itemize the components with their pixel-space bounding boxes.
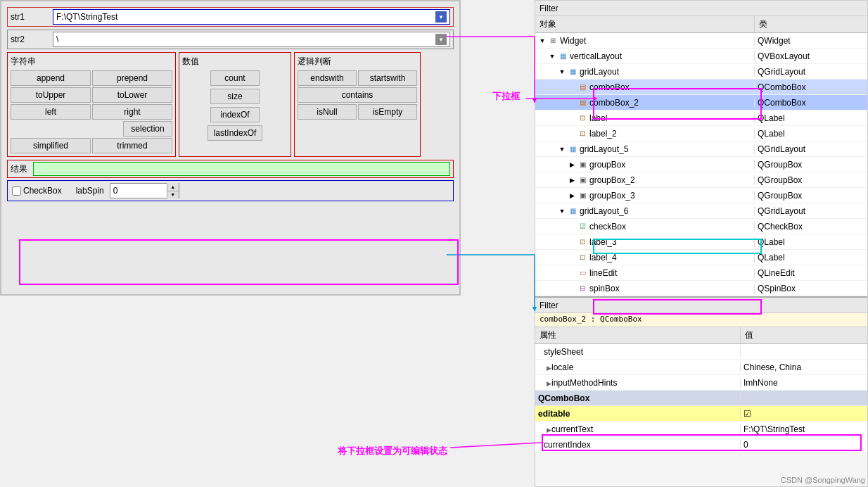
btn-count[interactable]: count bbox=[210, 70, 260, 86]
prop-name: editable bbox=[535, 409, 741, 419]
tree-obj-cell: ▶▣groupBox bbox=[535, 160, 755, 170]
prop-expand-icon[interactable]: ▶ bbox=[544, 380, 551, 387]
tree-obj-cell: ⊡label_4 bbox=[535, 253, 755, 263]
spinbox-arrows: ▲ ▼ bbox=[167, 183, 179, 198]
prop-name: styleSheet bbox=[535, 347, 741, 357]
bottom-row: CheckBox labSpin ▲ ▼ bbox=[7, 180, 454, 201]
tree-expand-icon[interactable]: ▼ bbox=[558, 145, 566, 153]
tree-obj-cell: ⊡label_3 bbox=[535, 237, 755, 247]
right-panel: Filter 对象 类 ▼⊞WidgetQWidget▼▦verticalLay… bbox=[535, 0, 868, 487]
tree-row[interactable]: ▤comboBoxQComboBox bbox=[535, 80, 867, 95]
tree-row[interactable]: ⊡label_3QLabel bbox=[535, 234, 867, 250]
tree-expand-icon[interactable]: ▶ bbox=[568, 176, 576, 184]
prop-expand-icon[interactable]: ▶ bbox=[544, 426, 551, 434]
prop-row[interactable]: currentIndex0 bbox=[535, 437, 867, 453]
tree-obj-cell: ⊡label_2 bbox=[535, 129, 755, 139]
btn-append[interactable]: append bbox=[11, 70, 91, 86]
tree-item-icon: ⊟ bbox=[577, 284, 587, 293]
prop-row[interactable]: editable☑ bbox=[535, 406, 867, 422]
str1-combo[interactable]: F:\QT\StringTest ▼ bbox=[53, 9, 450, 25]
tree-expand-icon[interactable]: ▼ bbox=[558, 207, 566, 215]
tree-item-icon: ▦ bbox=[568, 144, 577, 154]
tree-row[interactable]: ▤comboBox_2QComboBox bbox=[535, 95, 867, 110]
tree-item-name: comboBox bbox=[589, 82, 630, 92]
btn-contains[interactable]: contains bbox=[298, 87, 417, 103]
btn-startswith[interactable]: startswith bbox=[358, 70, 417, 86]
btn-prepend[interactable]: prepend bbox=[92, 70, 172, 86]
tree-row[interactable]: ▭lineEditQLineEdit bbox=[535, 265, 867, 281]
tree-row[interactable]: ▶▣groupBox_2QGroupBox bbox=[535, 172, 867, 188]
tree-row[interactable]: ⊡label_4QLabel bbox=[535, 250, 867, 265]
btn-left[interactable]: left bbox=[11, 104, 91, 120]
btn-endswith[interactable]: endswith bbox=[298, 70, 357, 86]
tree-row[interactable]: ▼▦gridLayoutQGridLayout bbox=[535, 64, 867, 80]
tree-item-icon: ⊡ bbox=[577, 113, 587, 123]
checkbox[interactable] bbox=[12, 186, 21, 196]
labspin-label: labSpin bbox=[76, 186, 104, 196]
tree-row[interactable]: ☑checkBoxQCheckBox bbox=[535, 219, 867, 234]
tree-row[interactable]: ▼▦verticalLayoutQVBoxLayout bbox=[535, 49, 867, 64]
spin-down-button[interactable]: ▼ bbox=[167, 191, 179, 199]
tree-item-icon: ▦ bbox=[568, 67, 577, 77]
str1-value: F:\QT\StringTest bbox=[56, 12, 117, 22]
prop-row[interactable]: ▶inputMethodHintsImhNone bbox=[535, 375, 867, 391]
btn-isnull[interactable]: isNull bbox=[298, 104, 357, 120]
tree-row[interactable]: ▼⊞WidgetQWidget bbox=[535, 33, 867, 49]
btn-selection[interactable]: selection bbox=[123, 121, 172, 137]
tree-expand-icon[interactable]: ▶ bbox=[568, 191, 576, 200]
str2-combo-arrow[interactable]: ▼ bbox=[435, 34, 447, 45]
prop-row[interactable]: QComboBox bbox=[535, 391, 867, 406]
tree-item-name: lineEdit bbox=[589, 268, 617, 278]
btn-indexof[interactable]: indexOf bbox=[210, 107, 260, 122]
tree-class-cell: QLabel bbox=[755, 237, 867, 247]
tree-expand-icon[interactable]: ▼ bbox=[558, 68, 566, 76]
props-col-name: 属性 bbox=[535, 327, 741, 343]
tree-row[interactable]: ▼▦gridLayout_5QGridLayout bbox=[535, 141, 867, 157]
svg-line-8 bbox=[450, 443, 542, 448]
tree-obj-cell: ▼▦gridLayout_5 bbox=[535, 144, 755, 154]
prop-row[interactable]: ▶localeChinese, China bbox=[535, 360, 867, 375]
tree-obj-cell: ▤comboBox bbox=[535, 82, 755, 92]
tree-row[interactable]: ⊡labelQLabel bbox=[535, 110, 867, 126]
tree-item-icon: ▣ bbox=[577, 191, 587, 201]
tree-expand-icon[interactable]: ▼ bbox=[548, 52, 556, 61]
tree-class-cell: QLabel bbox=[755, 113, 867, 123]
tree-row[interactable]: ▶▣groupBoxQGroupBox bbox=[535, 157, 867, 172]
spin-up-button[interactable]: ▲ bbox=[167, 183, 179, 191]
tree-item-icon: ⊞ bbox=[548, 36, 558, 46]
btn-right[interactable]: right bbox=[92, 104, 172, 120]
str2-value: \ bbox=[56, 34, 58, 44]
tree-row[interactable]: ⊡label_2QLabel bbox=[535, 126, 867, 141]
tree-row[interactable]: ▶▣groupBox_3QGroupBox bbox=[535, 188, 867, 203]
btn-isempty[interactable]: isEmpty bbox=[358, 104, 417, 120]
prop-expand-icon[interactable]: ▶ bbox=[544, 365, 551, 372]
spinbox-input[interactable] bbox=[110, 184, 167, 198]
tree-expand-icon[interactable]: ▼ bbox=[538, 37, 547, 45]
bottom-annotation: 将下拉框设置为可编辑状态 bbox=[338, 445, 447, 457]
tree-row[interactable]: ▼▦gridLayout_6QGridLayout bbox=[535, 203, 867, 219]
tree-expand-icon[interactable]: ▶ bbox=[568, 160, 576, 169]
str1-combo-arrow[interactable]: ▼ bbox=[435, 11, 447, 23]
btn-size[interactable]: size bbox=[210, 89, 260, 104]
tree-item-name: verticalLayout bbox=[570, 51, 622, 61]
tree-obj-cell: ▼⊞Widget bbox=[535, 36, 755, 46]
prop-value: ImhNone bbox=[741, 378, 867, 388]
tree-row[interactable]: ⊟spinBoxQSpinBox bbox=[535, 281, 867, 296]
prop-row[interactable]: ▶currentTextF:\QT\StringTest bbox=[535, 422, 867, 437]
btn-trimmed[interactable]: trimmed bbox=[92, 138, 172, 153]
tree-class-cell: QGridLayout bbox=[755, 206, 867, 216]
prop-row[interactable]: styleSheet bbox=[535, 344, 867, 360]
str2-combo[interactable]: \ ▼ bbox=[53, 32, 450, 47]
btn-tolower[interactable]: toLower bbox=[92, 87, 172, 103]
tree-class-cell: QGridLayout bbox=[755, 144, 867, 154]
tree-class-cell: QLabel bbox=[755, 253, 867, 263]
logic-btns: endswith startswith contains isNull isEm… bbox=[298, 70, 417, 120]
prop-name: ▶locale bbox=[535, 362, 741, 372]
btn-simplified[interactable]: simplified bbox=[11, 138, 91, 153]
result-input[interactable] bbox=[33, 162, 450, 176]
tree-item-name: gridLayout bbox=[580, 67, 619, 77]
prop-name: QComboBox bbox=[535, 393, 741, 403]
btn-lastindexof[interactable]: lastIndexOf bbox=[208, 125, 263, 141]
btn-toupper[interactable]: toUpper bbox=[11, 87, 91, 103]
tree-item-icon: ▤ bbox=[577, 82, 587, 92]
